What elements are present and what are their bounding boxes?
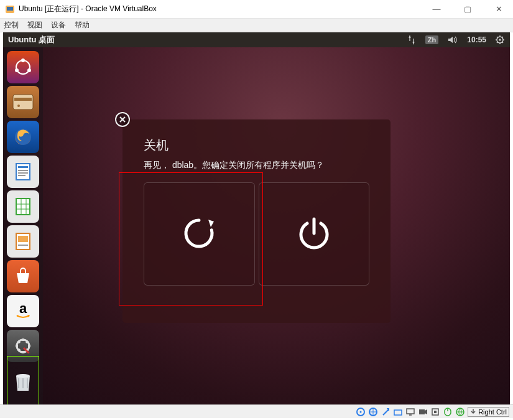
svg-rect-1 — [7, 7, 13, 11]
gear-icon[interactable] — [495, 32, 505, 47]
svg-point-5 — [21, 58, 25, 62]
host-key-indicator[interactable]: Right Ctrl — [468, 407, 509, 417]
svg-rect-16 — [18, 175, 25, 176]
menu-help[interactable]: 帮助 — [75, 20, 90, 30]
status-network-icon[interactable] — [455, 407, 465, 417]
unity-launcher: a — [3, 47, 43, 404]
virtualbox-statusbar: Right Ctrl — [0, 404, 513, 418]
power-icon — [292, 212, 336, 257]
clock-indicator[interactable]: 10:55 — [467, 32, 486, 47]
menu-control[interactable]: 控制 — [4, 20, 19, 30]
svg-rect-20 — [18, 245, 28, 246]
svg-rect-8 — [13, 95, 33, 110]
dialog-title: 关机 — [144, 137, 369, 154]
volume-icon[interactable] — [447, 32, 458, 47]
status-recording-icon[interactable] — [418, 407, 428, 417]
launcher-firefox-icon[interactable] — [7, 121, 39, 153]
launcher-calc-icon[interactable] — [7, 190, 39, 223]
menu-device[interactable]: 设备 — [51, 20, 66, 30]
svg-rect-15 — [18, 172, 28, 174]
status-usb-icon[interactable] — [381, 407, 391, 417]
svg-text:a: a — [19, 301, 27, 316]
svg-point-7 — [27, 68, 31, 72]
virtualbox-titlebar: Ubuntu [正在运行] - Oracle VM VirtualBox — ▢… — [0, 0, 513, 19]
svg-rect-34 — [434, 411, 437, 413]
launcher-amazon-icon[interactable]: a — [7, 295, 39, 327]
svg-rect-17 — [16, 198, 30, 215]
launcher-impress-icon[interactable] — [7, 225, 39, 258]
network-icon[interactable] — [407, 32, 417, 47]
host-key-label: Right Ctrl — [478, 408, 507, 416]
svg-point-24 — [16, 374, 30, 378]
menu-view[interactable]: 视图 — [27, 20, 42, 30]
svg-rect-12 — [16, 164, 30, 180]
status-shared-folder-icon[interactable] — [393, 407, 403, 417]
launcher-software-icon[interactable] — [7, 260, 39, 292]
ime-indicator[interactable]: Zh — [425, 32, 438, 47]
status-processor-icon[interactable] — [430, 407, 440, 417]
restart-icon — [177, 212, 221, 257]
launcher-settings-icon[interactable] — [7, 330, 39, 362]
virtualbox-logo-icon — [5, 4, 15, 14]
ubuntu-topbar-title: Ubuntu 桌面 — [8, 34, 55, 45]
svg-point-6 — [15, 68, 19, 72]
status-harddisk-icon[interactable] — [356, 407, 366, 417]
arrow-down-icon — [470, 408, 476, 416]
launcher-files-icon[interactable] — [7, 86, 39, 118]
virtualbox-menubar: 控制 视图 设备 帮助 — [0, 19, 513, 32]
maximize-button[interactable]: ▢ — [458, 4, 477, 14]
close-button[interactable]: ✕ — [489, 4, 508, 14]
minimize-button[interactable]: — — [427, 4, 446, 14]
dialog-message: 再见， dblab。您确定关闭所有程序并关机吗？ — [144, 160, 369, 171]
status-display-icon[interactable] — [405, 407, 415, 417]
virtualbox-window-controls: — ▢ ✕ — [427, 4, 508, 14]
svg-rect-29 — [394, 410, 402, 415]
ubuntu-indicators: Zh 10:55 — [407, 32, 505, 47]
svg-point-10 — [17, 105, 20, 107]
status-mouse-icon[interactable] — [443, 407, 453, 417]
svg-rect-13 — [18, 166, 28, 168]
restart-button[interactable] — [144, 182, 255, 286]
dialog-buttons — [122, 182, 391, 286]
svg-rect-30 — [407, 409, 414, 414]
svg-point-3 — [499, 39, 501, 40]
vm-screen: Ubuntu 桌面 Zh 10:55 — [3, 32, 510, 404]
svg-rect-32 — [419, 409, 425, 414]
shutdown-button[interactable] — [259, 182, 370, 286]
ubuntu-topbar: Ubuntu 桌面 Zh 10:55 — [3, 32, 510, 47]
launcher-trash-icon[interactable] — [7, 365, 39, 397]
dialog-close-button[interactable] — [115, 112, 130, 127]
virtualbox-title: Ubuntu [正在运行] - Oracle VM VirtualBox — [19, 4, 427, 14]
svg-rect-9 — [14, 98, 32, 101]
svg-rect-14 — [18, 170, 28, 171]
svg-point-4 — [16, 60, 30, 74]
svg-point-27 — [360, 411, 362, 413]
status-optical-icon[interactable] — [368, 407, 378, 417]
launcher-dash-icon[interactable] — [7, 51, 39, 83]
svg-rect-19 — [18, 236, 28, 242]
shutdown-dialog: 关机 再见， dblab。您确定关闭所有程序并关机吗？ — [122, 119, 391, 323]
launcher-writer-icon[interactable] — [7, 156, 39, 188]
